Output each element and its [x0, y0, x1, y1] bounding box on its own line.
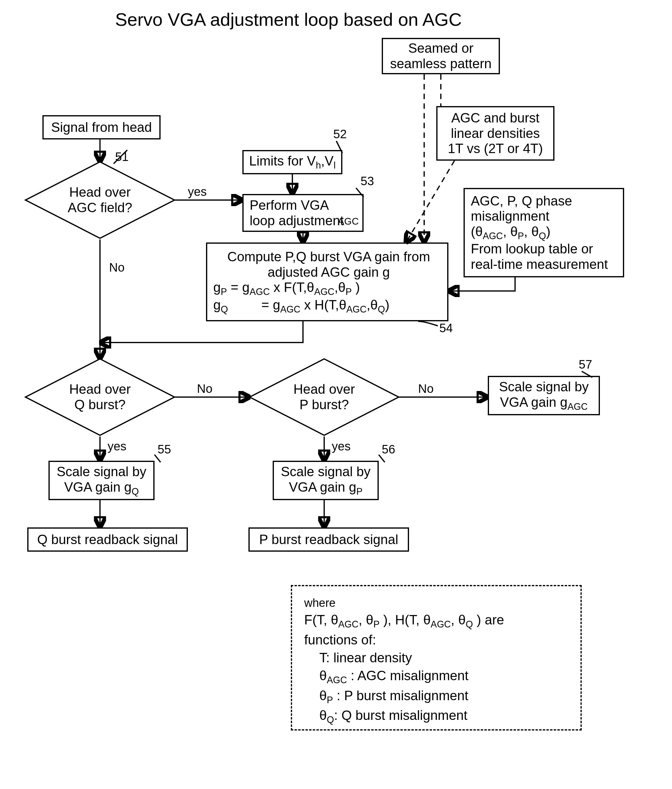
- l3: (θAGC, θP, θQ): [471, 224, 551, 241]
- edge-label-no: No: [418, 382, 433, 396]
- edge-label-no: No: [197, 382, 212, 396]
- decision-text: Head overQ burst?: [69, 382, 131, 412]
- box-densities: AGC and burstlinear densities1T vs (2T o…: [436, 106, 554, 161]
- box-seamed: Seamed orseamless pattern: [382, 38, 500, 74]
- flowchart-canvas: Servo VGA adjustment loop based on AGC S…: [0, 0, 672, 789]
- edge-label-no: No: [109, 261, 124, 274]
- decision-text: Head overP burst?: [293, 382, 355, 412]
- box-p-readback: P burst readback signal: [248, 527, 409, 552]
- box-text: Perform VGAloop adjustment: [250, 198, 344, 228]
- box-scale-gp: Scale signal byVGA gain gP: [273, 461, 379, 500]
- edge-label-yes: yes: [188, 185, 207, 198]
- ref-56: 56: [382, 442, 395, 456]
- box-scale-gagc: Scale signal byVGA gain gAGC: [488, 376, 600, 415]
- box-text: AGC and burstlinear densities1T vs (2T o…: [448, 110, 543, 157]
- legend-l1: F(T, θAGC, θP ), H(T, θAGC, θQ ) are: [304, 611, 568, 631]
- diagram-title: Servo VGA adjustment loop based on AGC: [115, 9, 462, 30]
- decision-p-burst: Head overP burst?: [248, 358, 400, 436]
- box-text: P burst readback signal: [259, 532, 398, 548]
- legend-box: where F(T, θAGC, θP ), H(T, θAGC, θQ ) a…: [291, 585, 582, 730]
- ref-57: 57: [579, 358, 592, 371]
- l4: From lookup table or: [471, 241, 593, 257]
- compute-l4: gQ = gAGC x H(T,θAGC,θQ): [213, 297, 389, 315]
- legend-l5: θP : P burst misalignment: [319, 687, 568, 706]
- l2: misalignment: [471, 209, 549, 224]
- edge-label-yes: yes: [108, 439, 126, 453]
- box-text: Limits for Vh,Vl: [249, 153, 336, 171]
- l1: AGC, P, Q phase: [471, 193, 572, 209]
- box-signal-from-head: Signal from head: [42, 115, 161, 139]
- box-text: Scale signal byVGA gain gP: [281, 464, 371, 497]
- box-text: Scale signal byVGA gain gQ: [57, 464, 147, 497]
- box-misalignment: AGC, P, Q phase misalignment (θAGC, θP, …: [463, 188, 624, 277]
- box-scale-gq: Scale signal byVGA gain gQ: [48, 461, 154, 500]
- box-perform-vga: Perform VGAloop adjustment AGC: [242, 194, 363, 232]
- legend-l4: θAGC : AGC misalignment: [319, 666, 568, 686]
- compute-l3: gP = gAGC x F(T,θAGC,θP ): [213, 280, 360, 297]
- svg-line-13: [406, 161, 454, 243]
- decision-q-burst: Head overQ burst?: [24, 358, 176, 436]
- ref-55: 55: [158, 442, 171, 456]
- legend-l2: functions of:: [304, 631, 568, 648]
- box-text: Signal from head: [51, 120, 152, 135]
- l5: real-time measurement: [471, 257, 608, 272]
- box-text: Q burst readback signal: [37, 532, 178, 548]
- decision-text: Head overAGC field?: [68, 185, 132, 215]
- edge-label-yes: yes: [332, 439, 350, 453]
- ref-52: 52: [333, 127, 347, 141]
- box-compute: Compute P,Q burst VGA gain from adjusted…: [206, 243, 448, 321]
- agc-tag: AGC: [338, 216, 359, 227]
- legend-l6: θQ: Q burst misalignment: [319, 706, 568, 726]
- box-limits: Limits for Vh,Vl: [242, 150, 342, 174]
- ref-51: 51: [115, 150, 129, 164]
- legend-where: where: [304, 595, 568, 611]
- ref-53: 53: [360, 174, 374, 188]
- box-text: Scale signal byVGA gain gAGC: [499, 379, 589, 412]
- compute-l2: adjusted AGC gain g: [268, 265, 390, 280]
- ref-54: 54: [440, 321, 453, 335]
- box-text: Seamed orseamless pattern: [390, 41, 491, 71]
- compute-l1: Compute P,Q burst VGA gain from: [227, 249, 430, 264]
- decision-agc-field: Head overAGC field?: [24, 161, 176, 240]
- legend-l3: T: linear density: [319, 648, 568, 666]
- box-q-readback: Q burst readback signal: [27, 527, 188, 552]
